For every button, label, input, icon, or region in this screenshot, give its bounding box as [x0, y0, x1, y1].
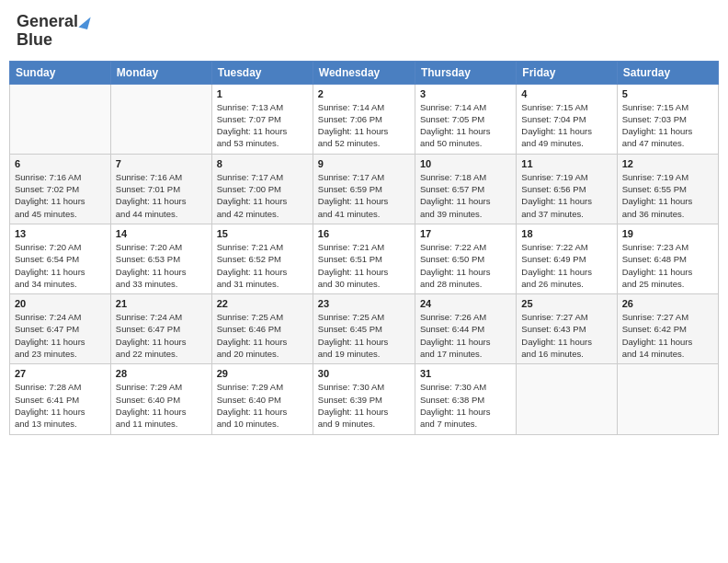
day-info: Sunrise: 7:14 AMSunset: 7:06 PMDaylight:… — [318, 101, 410, 150]
day-number: 2 — [318, 88, 410, 99]
day-number: 4 — [521, 88, 611, 99]
day-number: 6 — [15, 158, 106, 169]
day-cell: 30Sunrise: 7:30 AMSunset: 6:39 PMDayligh… — [313, 364, 415, 434]
day-info: Sunrise: 7:24 AMSunset: 6:47 PMDaylight:… — [15, 311, 106, 360]
day-info: Sunrise: 7:29 AMSunset: 6:40 PMDaylight:… — [217, 381, 308, 430]
week-row-5: 27Sunrise: 7:28 AMSunset: 6:41 PMDayligh… — [10, 364, 719, 434]
day-number: 13 — [15, 228, 106, 239]
day-info: Sunrise: 7:17 AMSunset: 7:00 PMDaylight:… — [217, 171, 308, 220]
week-row-2: 6Sunrise: 7:16 AMSunset: 7:02 PMDaylight… — [10, 154, 719, 224]
header-cell-wednesday: Wednesday — [313, 61, 415, 84]
day-cell: 8Sunrise: 7:17 AMSunset: 7:00 PMDaylight… — [211, 154, 313, 224]
day-number: 7 — [116, 158, 207, 169]
day-info: Sunrise: 7:13 AMSunset: 7:07 PMDaylight:… — [217, 101, 308, 150]
day-number: 20 — [15, 298, 106, 309]
day-info: Sunrise: 7:24 AMSunset: 6:47 PMDaylight:… — [116, 311, 207, 360]
day-cell: 13Sunrise: 7:20 AMSunset: 6:54 PMDayligh… — [10, 224, 111, 293]
day-number: 1 — [217, 88, 308, 99]
day-info: Sunrise: 7:16 AMSunset: 7:02 PMDaylight:… — [15, 171, 106, 220]
day-number: 29 — [217, 368, 308, 379]
day-info: Sunrise: 7:25 AMSunset: 6:46 PMDaylight:… — [217, 311, 308, 360]
day-number: 26 — [622, 298, 713, 309]
calendar-body: 1Sunrise: 7:13 AMSunset: 7:07 PMDaylight… — [10, 84, 719, 434]
day-cell: 26Sunrise: 7:27 AMSunset: 6:42 PMDayligh… — [617, 294, 718, 364]
day-number: 22 — [217, 298, 308, 309]
day-number: 14 — [116, 228, 207, 239]
day-cell — [517, 364, 617, 434]
day-info: Sunrise: 7:25 AMSunset: 6:45 PMDaylight:… — [318, 311, 410, 360]
day-cell: 6Sunrise: 7:16 AMSunset: 7:02 PMDaylight… — [10, 154, 111, 224]
header-cell-tuesday: Tuesday — [211, 61, 313, 84]
logo-arrow-icon — [78, 15, 90, 29]
day-info: Sunrise: 7:15 AMSunset: 7:03 PMDaylight:… — [622, 101, 713, 150]
day-cell: 9Sunrise: 7:17 AMSunset: 6:59 PMDaylight… — [313, 154, 415, 224]
week-row-4: 20Sunrise: 7:24 AMSunset: 6:47 PMDayligh… — [10, 294, 719, 364]
day-cell: 19Sunrise: 7:23 AMSunset: 6:48 PMDayligh… — [617, 224, 718, 293]
header-cell-sunday: Sunday — [10, 61, 111, 84]
day-cell — [10, 84, 111, 154]
week-row-3: 13Sunrise: 7:20 AMSunset: 6:54 PMDayligh… — [10, 224, 719, 293]
day-info: Sunrise: 7:17 AMSunset: 6:59 PMDaylight:… — [318, 171, 410, 220]
day-info: Sunrise: 7:19 AMSunset: 6:56 PMDaylight:… — [521, 171, 611, 220]
day-info: Sunrise: 7:14 AMSunset: 7:05 PMDaylight:… — [420, 101, 511, 150]
day-cell: 14Sunrise: 7:20 AMSunset: 6:53 PMDayligh… — [110, 224, 211, 293]
day-number: 8 — [217, 158, 308, 169]
day-cell: 31Sunrise: 7:30 AMSunset: 6:38 PMDayligh… — [415, 364, 516, 434]
day-number: 31 — [420, 368, 511, 379]
day-info: Sunrise: 7:27 AMSunset: 6:42 PMDaylight:… — [622, 311, 713, 360]
day-cell: 1Sunrise: 7:13 AMSunset: 7:07 PMDaylight… — [211, 84, 313, 154]
day-cell: 5Sunrise: 7:15 AMSunset: 7:03 PMDaylight… — [617, 84, 718, 154]
day-info: Sunrise: 7:23 AMSunset: 6:48 PMDaylight:… — [622, 241, 713, 290]
day-number: 24 — [420, 298, 511, 309]
day-number: 3 — [420, 88, 511, 99]
day-info: Sunrise: 7:20 AMSunset: 6:54 PMDaylight:… — [15, 241, 106, 290]
day-cell: 29Sunrise: 7:29 AMSunset: 6:40 PMDayligh… — [211, 364, 313, 434]
day-info: Sunrise: 7:30 AMSunset: 6:38 PMDaylight:… — [420, 381, 511, 430]
day-cell: 16Sunrise: 7:21 AMSunset: 6:51 PMDayligh… — [313, 224, 415, 293]
day-info: Sunrise: 7:29 AMSunset: 6:40 PMDaylight:… — [116, 381, 207, 430]
day-number: 25 — [521, 298, 611, 309]
day-cell: 10Sunrise: 7:18 AMSunset: 6:57 PMDayligh… — [415, 154, 516, 224]
day-cell: 24Sunrise: 7:26 AMSunset: 6:44 PMDayligh… — [415, 294, 516, 364]
day-cell: 4Sunrise: 7:15 AMSunset: 7:04 PMDaylight… — [517, 84, 617, 154]
day-number: 18 — [521, 228, 611, 239]
day-info: Sunrise: 7:21 AMSunset: 6:51 PMDaylight:… — [318, 241, 410, 290]
week-row-1: 1Sunrise: 7:13 AMSunset: 7:07 PMDaylight… — [10, 84, 719, 154]
day-info: Sunrise: 7:22 AMSunset: 6:49 PMDaylight:… — [521, 241, 611, 290]
day-number: 21 — [116, 298, 207, 309]
day-info: Sunrise: 7:20 AMSunset: 6:53 PMDaylight:… — [116, 241, 207, 290]
day-number: 17 — [420, 228, 511, 239]
calendar-table: SundayMondayTuesdayWednesdayThursdayFrid… — [9, 61, 719, 435]
day-cell: 18Sunrise: 7:22 AMSunset: 6:49 PMDayligh… — [517, 224, 617, 293]
day-number: 5 — [622, 88, 713, 99]
day-cell: 17Sunrise: 7:22 AMSunset: 6:50 PMDayligh… — [415, 224, 516, 293]
day-number: 15 — [217, 228, 308, 239]
day-info: Sunrise: 7:21 AMSunset: 6:52 PMDaylight:… — [217, 241, 308, 290]
day-cell: 20Sunrise: 7:24 AMSunset: 6:47 PMDayligh… — [10, 294, 111, 364]
calendar-header-row: SundayMondayTuesdayWednesdayThursdayFrid… — [10, 61, 719, 84]
logo: General Blue — [17, 13, 89, 50]
day-cell: 2Sunrise: 7:14 AMSunset: 7:06 PMDaylight… — [313, 84, 415, 154]
day-cell: 23Sunrise: 7:25 AMSunset: 6:45 PMDayligh… — [313, 294, 415, 364]
day-number: 28 — [116, 368, 207, 379]
day-info: Sunrise: 7:22 AMSunset: 6:50 PMDaylight:… — [420, 241, 511, 290]
day-info: Sunrise: 7:16 AMSunset: 7:01 PMDaylight:… — [116, 171, 207, 220]
day-number: 11 — [521, 158, 611, 169]
header-cell-thursday: Thursday — [415, 61, 516, 84]
day-info: Sunrise: 7:26 AMSunset: 6:44 PMDaylight:… — [420, 311, 511, 360]
day-info: Sunrise: 7:27 AMSunset: 6:43 PMDaylight:… — [521, 311, 611, 360]
day-number: 23 — [318, 298, 410, 309]
day-info: Sunrise: 7:15 AMSunset: 7:04 PMDaylight:… — [521, 101, 611, 150]
logo-text-blue: Blue — [17, 31, 52, 50]
day-cell: 25Sunrise: 7:27 AMSunset: 6:43 PMDayligh… — [517, 294, 617, 364]
day-number: 30 — [318, 368, 410, 379]
day-number: 19 — [622, 228, 713, 239]
day-cell: 15Sunrise: 7:21 AMSunset: 6:52 PMDayligh… — [211, 224, 313, 293]
day-cell: 12Sunrise: 7:19 AMSunset: 6:55 PMDayligh… — [617, 154, 718, 224]
logo-text-general: General — [17, 13, 78, 31]
day-cell: 7Sunrise: 7:16 AMSunset: 7:01 PMDaylight… — [110, 154, 211, 224]
page-header: General Blue — [9, 9, 719, 53]
day-number: 10 — [420, 158, 511, 169]
day-cell — [110, 84, 211, 154]
header-cell-saturday: Saturday — [617, 61, 718, 84]
